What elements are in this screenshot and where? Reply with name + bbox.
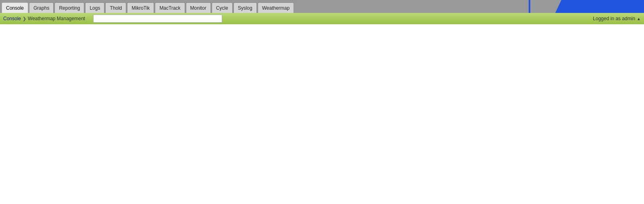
- top-right-banner: [531, 0, 644, 13]
- top-navigation: Console Graphs Reporting Logs Thold Mikr…: [0, 0, 644, 13]
- logged-in-text: Logged in as admin: [593, 16, 635, 21]
- nav-tab-thold[interactable]: Thold: [105, 2, 126, 13]
- main-content-area: [0, 24, 644, 204]
- nav-tab-logs[interactable]: Logs: [85, 2, 104, 13]
- breadcrumb-search-input[interactable]: [93, 15, 222, 23]
- nav-tab-console[interactable]: Console: [2, 2, 28, 13]
- nav-tab-mactrack[interactable]: MacTrack: [155, 2, 185, 13]
- breadcrumb-console-link[interactable]: Console: [3, 16, 21, 21]
- nav-tab-weathermap[interactable]: Weathermap: [258, 2, 294, 13]
- breadcrumb-current-page: Weathermap Management: [28, 16, 85, 21]
- dropdown-arrow-icon: ▲: [637, 17, 641, 21]
- breadcrumb-separator: ❯: [23, 16, 26, 21]
- blue-accent-line: [529, 0, 530, 13]
- nav-tab-monitor[interactable]: Monitor: [186, 2, 211, 13]
- breadcrumb-bar: Console ❯ Weathermap Management Logged i…: [0, 13, 644, 24]
- nav-tab-mikrotik[interactable]: MikroTik: [127, 2, 154, 13]
- breadcrumb: Console ❯ Weathermap Management: [3, 16, 85, 21]
- blue-banner-shape: [555, 0, 644, 13]
- logged-in-indicator[interactable]: Logged in as admin ▲: [593, 16, 641, 21]
- nav-tab-graphs[interactable]: Graphs: [29, 2, 54, 13]
- nav-tab-reporting[interactable]: Reporting: [54, 2, 84, 13]
- nav-tab-cycle[interactable]: Cycle: [212, 2, 233, 13]
- nav-tab-syslog[interactable]: Syslog: [233, 2, 257, 13]
